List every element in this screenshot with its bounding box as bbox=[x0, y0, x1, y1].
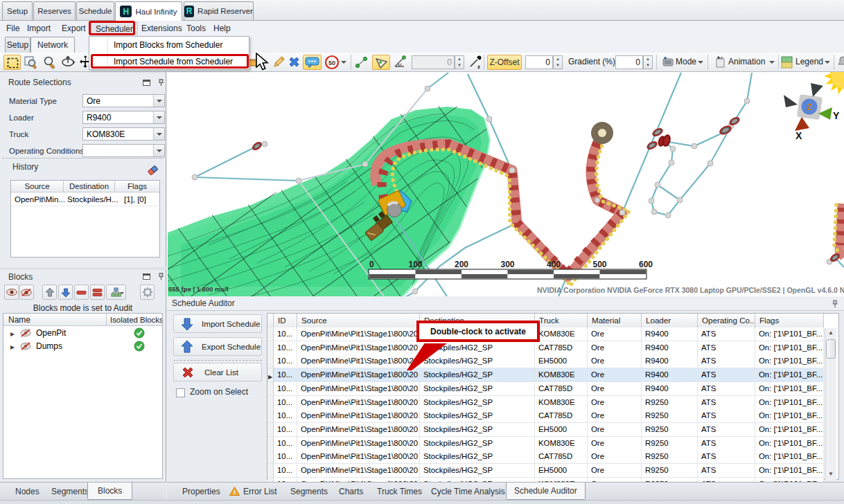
svg-text:!: ! bbox=[234, 489, 236, 496]
svg-text:z: z bbox=[400, 62, 402, 66]
svg-text:600: 600 bbox=[639, 260, 653, 269]
svg-text:z: z bbox=[477, 64, 480, 70]
svg-text:555 fps | 1.800 ms/f: 555 fps | 1.800 ms/f bbox=[168, 285, 229, 293]
svg-text:100: 100 bbox=[408, 260, 422, 269]
svg-text:200: 200 bbox=[455, 260, 468, 269]
svg-text:0: 0 bbox=[369, 260, 374, 269]
svg-text:Z: Z bbox=[807, 102, 812, 112]
svg-text:300: 300 bbox=[500, 260, 514, 269]
svg-text:500: 500 bbox=[592, 260, 606, 269]
svg-text:Y: Y bbox=[833, 110, 840, 121]
svg-text:NVIDIA Corporation NVIDIA GeFo: NVIDIA Corporation NVIDIA GeForce RTX 30… bbox=[537, 286, 844, 294]
svg-text:X: X bbox=[795, 130, 802, 141]
svg-text:50: 50 bbox=[328, 60, 335, 66]
svg-text:400: 400 bbox=[547, 260, 561, 269]
